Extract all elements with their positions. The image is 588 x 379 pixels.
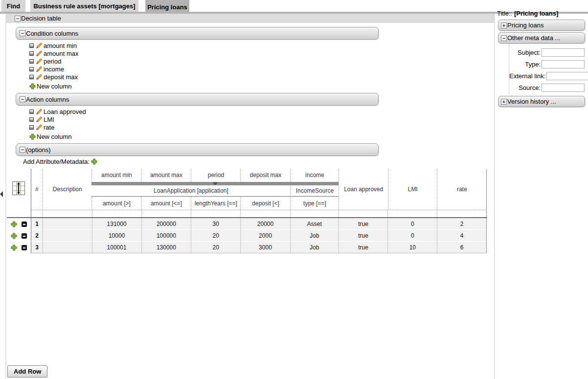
- cell-amount-max[interactable]: 130000: [141, 242, 191, 253]
- splitter-collapse-icon[interactable]: [0, 191, 3, 197]
- condition-columns-panel-header[interactable]: Condition columns: [16, 27, 379, 40]
- collapse-icon[interactable]: [20, 30, 25, 36]
- cell-description[interactable]: [43, 230, 92, 241]
- add-attribute-plus-icon[interactable]: [91, 158, 97, 165]
- other-meta-data-panel-header[interactable]: Other meta data ...: [498, 32, 585, 44]
- cell-deposit-max[interactable]: 3000: [240, 242, 290, 253]
- action-column-label[interactable]: LMI: [44, 116, 54, 123]
- external-link-input[interactable]: [546, 72, 588, 80]
- cell-amount-min[interactable]: 100001: [92, 242, 141, 253]
- cell-amount-max[interactable]: 200000: [141, 218, 191, 229]
- hide-column-icon[interactable]: [29, 75, 34, 79]
- source-input[interactable]: [542, 84, 585, 92]
- header-action: rate: [437, 169, 486, 210]
- cell-lmi[interactable]: 0: [387, 230, 437, 241]
- edit-pencil-icon[interactable]: [36, 116, 43, 123]
- grid-rows: 1 131000 200000 30 20000 Asset true 0 2: [6, 218, 511, 253]
- header-field: deposit [<]: [240, 197, 290, 210]
- cell-rate[interactable]: 4: [437, 230, 486, 241]
- header-condition: amount min: [91, 169, 141, 182]
- cell-amount-min[interactable]: 131000: [92, 218, 141, 229]
- edit-pencil-icon[interactable]: [36, 58, 43, 65]
- toggle-merge-icon[interactable]: [12, 181, 25, 196]
- cell-rate[interactable]: 6: [437, 242, 486, 253]
- options-panel-header[interactable]: (options): [16, 143, 379, 156]
- condition-column-label[interactable]: income: [44, 66, 64, 73]
- condition-column-label[interactable]: amount min: [44, 42, 77, 49]
- new-condition-column[interactable]: New column: [29, 82, 79, 90]
- hide-column-icon[interactable]: [29, 51, 34, 56]
- pricing-loans-panel-label: Pricing loans: [507, 22, 543, 29]
- condition-column-label[interactable]: period: [44, 58, 61, 65]
- cell-income[interactable]: Asset: [290, 218, 339, 229]
- cell-period[interactable]: 20: [191, 242, 240, 253]
- delete-row-icon[interactable]: [22, 245, 27, 250]
- cell-loan-approved[interactable]: true: [339, 230, 388, 241]
- hide-column-icon[interactable]: [29, 59, 34, 64]
- add-row-button[interactable]: Add Row: [7, 365, 47, 378]
- tab-pricing-loans[interactable]: Pricing loans: [145, 0, 189, 14]
- hide-column-icon[interactable]: [29, 67, 34, 71]
- expand-icon[interactable]: [501, 99, 507, 105]
- asset-title-value: [Pricing loans]: [514, 10, 558, 17]
- condition-column-label[interactable]: amount max: [44, 50, 79, 57]
- new-action-column[interactable]: New column: [29, 132, 86, 141]
- cell-lmi[interactable]: 0: [387, 218, 437, 229]
- cell-amount-min[interactable]: 10000: [92, 230, 141, 241]
- cell-income[interactable]: Job: [290, 242, 339, 253]
- cell-description[interactable]: [43, 218, 92, 229]
- header-action: LMI: [388, 169, 437, 210]
- hide-column-icon[interactable]: [29, 117, 34, 122]
- type-label: Type:: [509, 61, 542, 68]
- subject-input[interactable]: [542, 48, 585, 57]
- row-number: 3: [31, 242, 43, 253]
- collapse-icon[interactable]: [20, 147, 25, 153]
- cell-description[interactable]: [43, 242, 92, 253]
- action-column-label[interactable]: rate: [44, 124, 54, 131]
- collapse-icon[interactable]: [15, 16, 21, 22]
- cell-deposit-max[interactable]: 20000: [240, 218, 290, 229]
- expand-icon[interactable]: [501, 22, 507, 28]
- collapse-icon[interactable]: [20, 96, 25, 102]
- cell-lmi[interactable]: 10: [387, 242, 437, 253]
- insert-row-icon[interactable]: [11, 245, 17, 251]
- sort-triangle-icon[interactable]: [213, 182, 218, 185]
- tab-business-rule-assets[interactable]: Business rule assets [mortgages]: [30, 0, 138, 12]
- edit-pencil-icon[interactable]: [36, 124, 43, 131]
- decision-table-header[interactable]: Decision table: [6, 14, 494, 23]
- add-plus-icon: [29, 83, 36, 89]
- tab-find[interactable]: Find: [1, 0, 25, 12]
- other-meta-data-label: Other meta data ...: [507, 34, 560, 42]
- meta-data-form: Subject: Type: External link: Source:: [509, 44, 586, 94]
- edit-pencil-icon[interactable]: [36, 66, 43, 72]
- hide-column-icon[interactable]: [29, 110, 34, 114]
- hide-column-icon[interactable]: [29, 44, 34, 48]
- source-label: Source:: [509, 84, 542, 91]
- cell-period[interactable]: 20: [191, 230, 240, 241]
- delete-row-icon[interactable]: [22, 222, 27, 227]
- condition-column-label[interactable]: deposit max: [44, 73, 78, 81]
- cell-loan-approved[interactable]: true: [339, 218, 388, 229]
- cell-loan-approved[interactable]: true: [339, 242, 388, 253]
- cell-income[interactable]: Job: [290, 230, 339, 241]
- hide-column-icon[interactable]: [29, 125, 34, 130]
- collapse-icon[interactable]: [501, 35, 507, 41]
- pricing-loans-panel-header[interactable]: Pricing loans: [498, 20, 585, 31]
- edit-pencil-icon[interactable]: [36, 73, 43, 80]
- insert-row-icon[interactable]: [11, 233, 17, 239]
- edit-pencil-icon[interactable]: [36, 108, 43, 115]
- version-history-panel-header[interactable]: Version history ...: [498, 96, 585, 107]
- edit-pencil-icon[interactable]: [36, 50, 43, 57]
- edit-pencil-icon[interactable]: [36, 42, 43, 49]
- cell-deposit-max[interactable]: 2000: [240, 230, 290, 241]
- cell-amount-max[interactable]: 100000: [141, 230, 191, 241]
- cell-period[interactable]: 30: [191, 218, 240, 229]
- type-input[interactable]: [542, 60, 585, 68]
- insert-row-icon[interactable]: [11, 221, 17, 227]
- action-columns-panel-header[interactable]: Action columns: [16, 93, 379, 106]
- external-link-field-row: External link:: [509, 71, 586, 81]
- condition-columns-list: amount min amount max period income depo: [29, 42, 79, 90]
- action-column-label[interactable]: Loan approved: [44, 108, 86, 115]
- cell-rate[interactable]: 2: [437, 218, 486, 229]
- delete-row-icon[interactable]: [22, 233, 27, 239]
